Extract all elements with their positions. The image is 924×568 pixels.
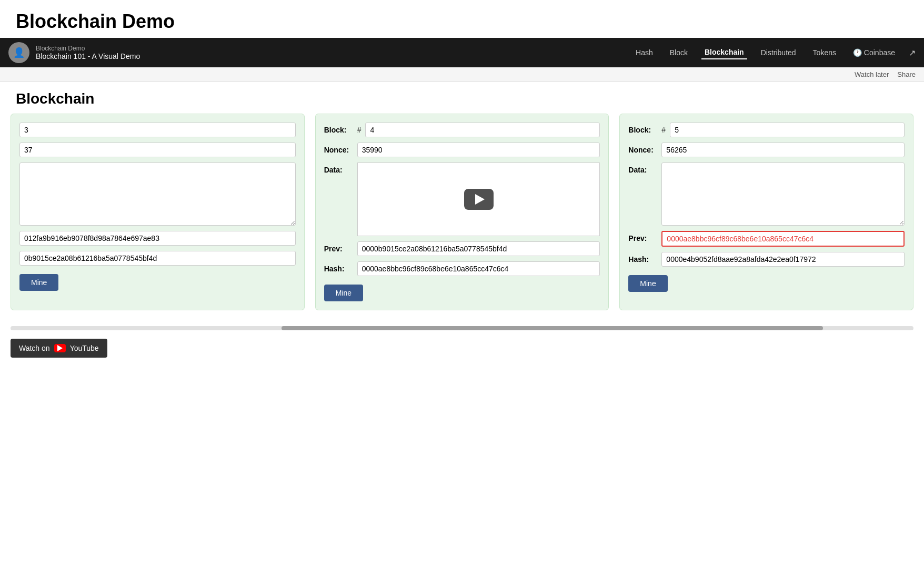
page-title: Blockchain Demo <box>0 0 924 38</box>
block-card-5: Block: # Nonce: Data: Prev: Hash: Mine <box>619 114 913 310</box>
channel-name: Blockchain Demo <box>36 45 140 52</box>
hash-field-5: Hash: <box>628 252 905 267</box>
nav-distributed[interactable]: Distributed <box>758 46 799 59</box>
play-button[interactable] <box>464 189 494 210</box>
hash-input-5[interactable] <box>661 252 905 267</box>
watch-on-youtube-button[interactable]: Watch on YouTube <box>11 339 107 358</box>
watch-on-label: Watch on <box>19 344 50 352</box>
hash-input-4[interactable] <box>357 261 600 276</box>
youtube-label: YouTube <box>70 344 99 352</box>
nav-hash[interactable]: Hash <box>632 46 656 59</box>
watch-later-link[interactable]: Watch later <box>855 70 889 78</box>
block-number-field-4: Block: # <box>324 123 600 137</box>
block-number-input[interactable] <box>19 123 296 137</box>
nonce-field-4: Nonce: <box>324 143 600 157</box>
hash-input-3[interactable] <box>19 251 296 266</box>
data-label-4: Data: <box>324 163 353 174</box>
prev-field-4: Prev: <box>324 241 600 256</box>
mine-button-5[interactable]: Mine <box>628 275 667 292</box>
hash-label-4: Hash: <box>324 261 353 273</box>
youtube-icon <box>54 344 66 352</box>
yt-play-triangle <box>57 345 63 351</box>
nonce-field-5: Nonce: <box>628 143 905 157</box>
sub-header-bar: Watch later Share <box>0 67 924 82</box>
nonce-label-4: Nonce: <box>324 143 353 154</box>
block-card-3: Mine <box>11 114 305 310</box>
hash-label-5: Hash: <box>628 252 657 263</box>
prev-field-3 <box>19 231 296 246</box>
data-field-5: Data: <box>628 163 905 226</box>
nonce-input-4[interactable] <box>357 143 600 157</box>
prev-input-3[interactable] <box>19 231 296 246</box>
section-title: Blockchain <box>0 82 924 114</box>
block-label-4: Block: <box>324 123 353 134</box>
video-placeholder[interactable] <box>357 163 600 236</box>
horizontal-scrollbar[interactable] <box>11 326 913 330</box>
hash-prefix-5: # <box>661 123 666 134</box>
nonce-field-3 <box>19 143 296 157</box>
video-header-left: 👤 Blockchain Demo Blockchain 101 - A Vis… <box>8 42 140 63</box>
blockchain-container: Mine Block: # Nonce: Data: <box>0 114 924 321</box>
hash-prefix-4: # <box>357 123 361 134</box>
blocks-row: Mine Block: # Nonce: Data: <box>11 114 913 310</box>
channel-info: Blockchain Demo Blockchain 101 - A Visua… <box>36 45 140 60</box>
data-field-4: Data: <box>324 163 600 236</box>
mine-button-4[interactable]: Mine <box>324 285 363 301</box>
data-field-3 <box>19 163 296 226</box>
block-number-input-4[interactable] <box>365 123 600 137</box>
data-textarea-3[interactable] <box>19 163 296 226</box>
nonce-input-5[interactable] <box>661 143 905 157</box>
prev-field-5: Prev: <box>628 231 905 247</box>
block-label-5: Block: <box>628 123 657 134</box>
nav-tokens[interactable]: Tokens <box>810 46 839 59</box>
scrollbar-thumb[interactable] <box>282 326 823 330</box>
block-number-field <box>19 123 296 137</box>
nonce-label-5: Nonce: <box>628 143 657 154</box>
nav-block[interactable]: Block <box>667 46 691 59</box>
prev-input-5[interactable] <box>661 231 905 247</box>
nav-blockchain[interactable]: Blockchain <box>701 46 747 59</box>
block-number-input-5[interactable] <box>670 123 905 137</box>
block-card-4: Block: # Nonce: Data: Prev: <box>315 114 609 310</box>
play-triangle-icon <box>475 194 485 205</box>
hash-field-3 <box>19 251 296 266</box>
nonce-input-3[interactable] <box>19 143 296 157</box>
video-title: Blockchain 101 - A Visual Demo <box>36 52 140 60</box>
share-icon[interactable]: ↗ <box>909 48 916 58</box>
prev-label-5: Prev: <box>628 231 657 242</box>
share-link[interactable]: Share <box>897 70 916 78</box>
data-label-5: Data: <box>628 163 657 174</box>
prev-label-4: Prev: <box>324 241 353 253</box>
video-header: 👤 Blockchain Demo Blockchain 101 - A Vis… <box>0 38 924 67</box>
data-textarea-5[interactable] <box>661 163 905 226</box>
prev-input-4[interactable] <box>357 241 600 256</box>
clock-icon: 🕐 <box>853 48 862 57</box>
hash-field-4: Hash: <box>324 261 600 276</box>
mine-button-3[interactable]: Mine <box>19 274 58 291</box>
block-number-field-5: Block: # <box>628 123 905 137</box>
avatar: 👤 <box>8 42 29 63</box>
nav-bar: Hash Block Blockchain Distributed Tokens… <box>632 46 916 59</box>
nav-coinbase[interactable]: 🕐 Coinbase <box>850 46 898 59</box>
